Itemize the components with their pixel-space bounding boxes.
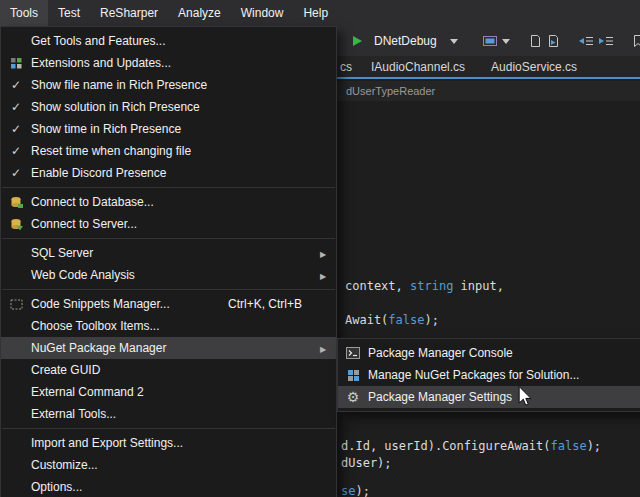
menu-item-import-export-settings[interactable]: Import and Export Settings...	[1, 432, 336, 454]
menu-item-web-code-analysis[interactable]: Web Code Analysis▶	[1, 264, 336, 286]
code-line: context, string input,	[345, 279, 504, 293]
navigation-type-label: dUserTypeReader	[346, 85, 435, 97]
code-line: se);	[341, 484, 370, 497]
menu-item-create-guid[interactable]: Create GUID	[1, 359, 336, 381]
nuget-submenu: Package Manager Console Manage NuGet Pac…	[337, 338, 640, 412]
code-line: Await(false);	[345, 313, 439, 327]
check-icon: ✓	[11, 79, 21, 91]
tab-label: cs	[340, 60, 352, 74]
menu-item-show-file-name[interactable]: ✓Show file name in Rich Presence	[1, 74, 336, 96]
menu-item-connect-database[interactable]: Connect to Database...	[1, 191, 336, 213]
menubar: Tools Test ReSharper Analyze Window Help	[0, 0, 640, 26]
menu-item-external-command-2[interactable]: External Command 2	[1, 381, 336, 403]
menu-item-choose-toolbox-items[interactable]: Choose Toolbox Items...	[1, 315, 336, 337]
menubar-item-label: Test	[58, 6, 80, 20]
manage-packages-icon	[347, 369, 360, 382]
menu-item-external-tools[interactable]: External Tools...	[1, 403, 336, 425]
menu-item-code-snippets-manager[interactable]: Code Snippets Manager...Ctrl+K, Ctrl+B	[1, 293, 336, 315]
menu-separator	[2, 187, 335, 188]
tab-label: IAudioChannel.cs	[371, 60, 465, 74]
menubar-item-resharper[interactable]: ReSharper	[90, 0, 168, 26]
menu-separator	[2, 289, 335, 290]
menu-item-show-time[interactable]: ✓Show time in Rich Presence	[1, 118, 336, 140]
console-icon	[346, 347, 360, 359]
document-icon[interactable]	[528, 30, 542, 52]
menubar-item-tools[interactable]: Tools	[0, 0, 48, 26]
snippets-icon	[10, 298, 23, 311]
run-icon	[347, 30, 367, 52]
menu-separator	[2, 238, 335, 239]
check-icon: ✓	[11, 101, 21, 113]
check-icon: ✓	[11, 145, 21, 157]
menu-item-extensions-and-updates[interactable]: Extensions and Updates...	[1, 52, 336, 74]
dropdown-caret-icon[interactable]	[502, 30, 510, 52]
menubar-item-help[interactable]: Help	[293, 0, 338, 26]
database-icon	[10, 196, 23, 209]
submenu-item-package-manager-console[interactable]: Package Manager Console	[338, 342, 640, 364]
menu-item-enable-discord[interactable]: ✓Enable Discord Presence	[1, 162, 336, 184]
indent-increase-icon[interactable]	[598, 30, 614, 52]
submenu-arrow-icon: ▶	[320, 272, 326, 281]
submenu-arrow-icon: ▶	[320, 250, 326, 259]
menu-item-get-tools-and-features[interactable]: Get Tools and Features...	[1, 30, 336, 52]
tools-menu: Get Tools and Features... Extensions and…	[0, 26, 337, 497]
code-line: dUser);	[341, 456, 392, 470]
tab-clipped[interactable]: cs	[340, 56, 358, 77]
menu-item-sql-server[interactable]: SQL Server▶	[1, 242, 336, 264]
menubar-item-window[interactable]: Window	[231, 0, 294, 26]
server-icon	[10, 218, 23, 231]
document-arrow-icon[interactable]	[546, 30, 560, 52]
menubar-item-label: ReSharper	[100, 6, 158, 20]
menu-item-show-solution[interactable]: ✓Show solution in Rich Presence	[1, 96, 336, 118]
attach-process-icon[interactable]	[482, 30, 498, 52]
menu-item-shortcut: Ctrl+K, Ctrl+B	[228, 297, 302, 311]
menubar-item-label: Analyze	[178, 6, 221, 20]
submenu-item-manage-nuget-packages[interactable]: Manage NuGet Packages for Solution...	[338, 364, 640, 386]
menu-separator	[2, 428, 335, 429]
menubar-item-test[interactable]: Test	[48, 0, 90, 26]
debug-target-label: DNetDebug	[374, 34, 437, 48]
submenu-item-package-manager-settings[interactable]: ⚙Package Manager Settings	[338, 386, 640, 408]
menu-item-nuget-package-manager[interactable]: NuGet Package Manager▶	[1, 337, 336, 359]
menu-item-options[interactable]: Options...	[1, 476, 336, 497]
menubar-item-label: Tools	[10, 6, 38, 20]
bookmark-icon[interactable]	[632, 30, 640, 52]
check-icon: ✓	[11, 167, 21, 179]
code-line: d.Id, userId).ConfigureAwait(false);	[341, 439, 601, 453]
menu-item-connect-server[interactable]: Connect to Server...	[1, 213, 336, 235]
gear-icon: ⚙	[347, 390, 360, 404]
check-icon: ✓	[11, 123, 21, 135]
submenu-arrow-icon: ▶	[320, 345, 326, 354]
indent-decrease-icon[interactable]	[578, 30, 594, 52]
menu-item-customize[interactable]: Customize...	[1, 454, 336, 476]
menu-item-reset-time[interactable]: ✓Reset time when changing file	[1, 140, 336, 162]
extensions-icon	[10, 57, 23, 70]
tab-iaudiochannel[interactable]: IAudioChannel.cs	[358, 56, 478, 77]
vs-window: Tools Test ReSharper Analyze Window Help…	[0, 0, 640, 497]
dropdown-caret-icon[interactable]	[444, 30, 464, 52]
menubar-item-label: Help	[303, 6, 328, 20]
menubar-item-label: Window	[241, 6, 284, 20]
tab-label: AudioService.cs	[491, 60, 577, 74]
menubar-item-analyze[interactable]: Analyze	[168, 0, 231, 26]
tab-audioservice[interactable]: AudioService.cs	[478, 56, 590, 77]
start-debug-button[interactable]: DNetDebug	[345, 30, 466, 52]
